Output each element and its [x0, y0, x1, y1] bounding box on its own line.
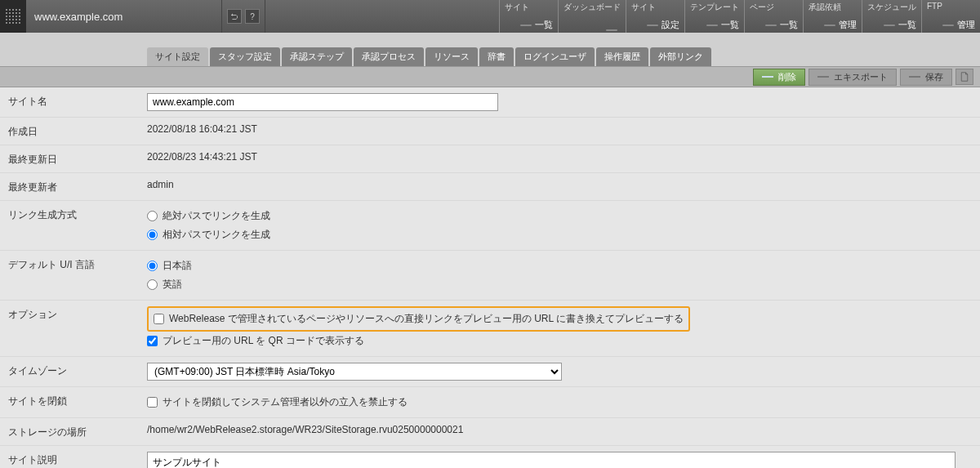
menu-bot: 一覧 — [505, 19, 553, 31]
value-updater: admin — [147, 179, 972, 190]
export-button[interactable]: エキスポート — [808, 69, 897, 86]
topbar-menu: サイト一覧ダッシュボードサイト設定テンプレート一覧ページ一覧承認依頼管理スケジュ… — [499, 0, 980, 33]
topbar-menu-item-6[interactable]: スケジュール一覧 — [862, 0, 921, 33]
label-updated: 最終更新日 — [8, 151, 147, 167]
label-created: 作成日 — [8, 123, 147, 139]
row-options: オプション WebRelease で管理されているページやリソースへの直接リンク… — [0, 301, 980, 357]
tab-2[interactable]: 承認ステップ — [282, 47, 352, 66]
value-created: 2022/08/18 16:04:21 JST — [147, 123, 972, 135]
export-label: エキスポート — [834, 71, 888, 83]
label-closed: サイトを閉鎖 — [8, 393, 147, 408]
topbar-small-buttons: ⮌ ? — [222, 0, 265, 33]
row-site-name: サイト名 — [0, 87, 980, 118]
option-rewrite-label: WebRelease で管理されているページやリソースへの直接リンクをプレビュー… — [169, 312, 684, 326]
help-icon[interactable]: ? — [245, 9, 260, 24]
label-storage: ストレージの場所 — [8, 424, 147, 439]
value-updated: 2022/08/23 14:43:21 JST — [147, 151, 972, 163]
link-gen-abs-label: 絶対パスでリンクを生成 — [163, 209, 270, 223]
desc-textarea[interactable] — [147, 452, 956, 468]
lang-ja-radio[interactable] — [147, 261, 158, 271]
topbar-menu-item-1[interactable]: ダッシュボード — [558, 0, 626, 33]
menu-bot: 一覧 — [867, 19, 916, 31]
topbar-menu-item-0[interactable]: サイト一覧 — [499, 0, 558, 33]
save-label: 保存 — [925, 71, 943, 83]
menu-top: サイト — [631, 2, 679, 13]
link-gen-abs-radio[interactable] — [147, 211, 158, 221]
label-options: オプション — [8, 306, 147, 322]
topbar-menu-item-2[interactable]: サイト設定 — [626, 0, 684, 33]
menu-top: スケジュール — [867, 2, 916, 13]
row-updated: 最終更新日 2022/08/23 14:43:21 JST — [0, 145, 980, 173]
closed-label: サイトを閉鎖してシステム管理者以外の立入を禁止する — [163, 395, 408, 409]
document-icon[interactable] — [956, 69, 973, 85]
tab-4[interactable]: リソース — [425, 47, 478, 66]
action-bar: 削除 エキスポート 保存 — [0, 66, 980, 87]
value-storage: /home/wr2/WebRelease2.storage/WR23/SiteS… — [147, 424, 972, 435]
row-created: 作成日 2022/08/18 16:04:21 JST — [0, 118, 980, 145]
lang-en-radio[interactable] — [147, 279, 158, 290]
menu-top: ページ — [750, 2, 798, 13]
row-storage: ストレージの場所 /home/wr2/WebRelease2.storage/W… — [0, 418, 980, 446]
topbar-menu-item-5[interactable]: 承認依頼管理 — [803, 0, 862, 33]
label-link-gen: リンク生成方式 — [8, 207, 147, 222]
tab-6[interactable]: ログインユーザ — [515, 47, 595, 66]
topbar-menu-item-4[interactable]: ページ一覧 — [744, 0, 803, 33]
menu-top: 承認依頼 — [808, 2, 857, 13]
lang-en-label: 英語 — [163, 278, 182, 292]
app-logo — [0, 0, 26, 33]
label-site-name: サイト名 — [8, 93, 147, 109]
menu-bot: 設定 — [631, 19, 679, 31]
menu-bot: 一覧 — [750, 19, 798, 31]
tab-7[interactable]: 操作履歴 — [596, 47, 648, 66]
label-tz: タイムゾーン — [8, 363, 147, 378]
tab-8[interactable]: 外部リンク — [650, 47, 711, 66]
tz-select[interactable]: (GMT+09:00) JST 日本標準時 Asia/Tokyo — [147, 363, 562, 381]
label-lang: デフォルト U/I 言語 — [8, 256, 147, 272]
row-tz: タイムゾーン (GMT+09:00) JST 日本標準時 Asia/Tokyo — [0, 357, 980, 387]
back-icon[interactable]: ⮌ — [227, 9, 242, 24]
menu-bot — [564, 29, 621, 31]
row-desc: サイト説明 — [0, 446, 980, 468]
option-rewrite-highlight: WebRelease で管理されているページやリソースへの直接リンクをプレビュー… — [147, 306, 690, 332]
tab-5[interactable]: 辞書 — [479, 47, 514, 66]
option-qr-checkbox[interactable] — [147, 336, 158, 346]
topbar-menu-item-3[interactable]: テンプレート一覧 — [684, 0, 744, 33]
row-lang: デフォルト U/I 言語 日本語 英語 — [0, 251, 980, 301]
tab-1[interactable]: スタッフ設定 — [210, 47, 280, 66]
menu-bot: 管理 — [808, 19, 857, 31]
menu-bot: 管理 — [927, 19, 975, 31]
menu-top: テンプレート — [690, 2, 739, 13]
label-desc: サイト説明 — [8, 452, 147, 467]
row-updater: 最終更新者 admin — [0, 173, 980, 201]
option-qr-label: プレビュー用の URL を QR コードで表示する — [163, 334, 364, 348]
topbar-menu-item-7[interactable]: FTP管理 — [921, 0, 980, 33]
option-rewrite-checkbox[interactable] — [154, 314, 164, 324]
delete-label: 削除 — [778, 71, 796, 83]
delete-button[interactable]: 削除 — [753, 69, 805, 86]
menu-bot: 一覧 — [690, 19, 739, 31]
save-button[interactable]: 保存 — [900, 69, 952, 86]
link-gen-rel-radio[interactable] — [147, 230, 158, 240]
tab-3[interactable]: 承認プロセス — [354, 47, 424, 66]
menu-top: FTP — [927, 2, 975, 11]
tabs: サイト設定スタッフ設定承認ステップ承認プロセスリソース辞書ログインユーザ操作履歴… — [147, 47, 980, 66]
topbar: www.example.com ⮌ ? サイト一覧ダッシュボードサイト設定テンプ… — [0, 0, 980, 33]
site-name-input[interactable] — [147, 93, 498, 111]
row-closed: サイトを閉鎖 サイトを閉鎖してシステム管理者以外の立入を禁止する — [0, 387, 980, 418]
site-title: www.example.com — [26, 0, 222, 33]
menu-top: サイト — [505, 2, 553, 13]
label-updater: 最終更新者 — [8, 179, 147, 194]
link-gen-rel-label: 相対パスでリンクを生成 — [163, 228, 270, 242]
tab-0[interactable]: サイト設定 — [147, 47, 208, 66]
form: サイト名 作成日 2022/08/18 16:04:21 JST 最終更新日 2… — [0, 87, 980, 468]
lang-ja-label: 日本語 — [163, 259, 192, 273]
closed-checkbox[interactable] — [147, 397, 158, 408]
row-link-gen: リンク生成方式 絶対パスでリンクを生成 相対パスでリンクを生成 — [0, 201, 980, 251]
menu-top: ダッシュボード — [564, 2, 621, 13]
